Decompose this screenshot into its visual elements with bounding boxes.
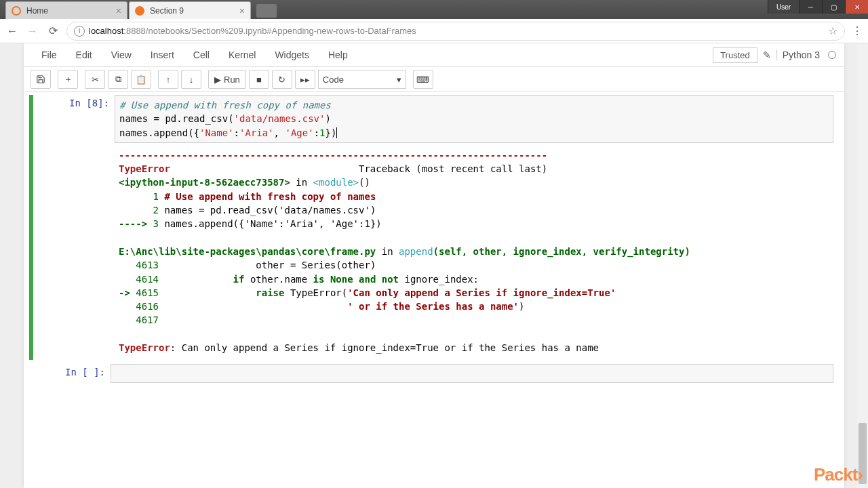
notebook-container: File Edit View Insert Cell Kernel Widget… xyxy=(24,43,844,488)
url-host: localhost xyxy=(89,26,123,36)
browser-tab-section9[interactable]: Section 9 × xyxy=(129,1,251,19)
notebook-favicon-icon xyxy=(135,6,144,16)
browser-tab-home[interactable]: Home × xyxy=(5,1,127,19)
code-cell-8[interactable]: In [8]: # Use append with fresh copy of … xyxy=(29,95,839,360)
input-prompt: In [ ]: xyxy=(29,364,111,383)
forward-button: → xyxy=(26,24,39,38)
back-button[interactable]: ← xyxy=(5,24,19,38)
window-minimize-button[interactable]: ─ xyxy=(799,0,822,14)
vertical-scrollbar[interactable] xyxy=(857,43,868,488)
tab-close-icon[interactable]: × xyxy=(239,5,245,16)
paste-button[interactable]: 📋 xyxy=(131,70,151,89)
cut-button[interactable]: ✂ xyxy=(85,70,105,89)
packt-watermark: Packt› xyxy=(814,464,863,485)
jupyter-favicon-icon xyxy=(12,6,21,16)
celltype-select[interactable]: Code▾ xyxy=(318,70,406,89)
celltype-value: Code xyxy=(323,75,344,85)
tab-title: Home xyxy=(26,6,48,16)
url-path: :8888/notebooks/Section%209.ipynb#Append… xyxy=(123,26,416,36)
menu-edit[interactable]: Edit xyxy=(66,47,102,63)
add-cell-button[interactable]: ＋ xyxy=(58,70,78,89)
save-button[interactable] xyxy=(31,70,51,89)
kernel-status-icon xyxy=(828,51,836,59)
interrupt-button[interactable]: ■ xyxy=(249,70,269,89)
code-cell-empty[interactable]: In [ ]: xyxy=(29,364,839,383)
trusted-indicator[interactable]: Trusted xyxy=(713,47,757,63)
notebook-menubar: File Edit View Insert Cell Kernel Widget… xyxy=(24,43,844,66)
move-up-button[interactable]: ↑ xyxy=(158,70,178,89)
address-bar[interactable]: i localhost:8888/notebooks/Section%209.i… xyxy=(66,22,845,41)
site-info-icon[interactable]: i xyxy=(74,26,85,37)
menu-file[interactable]: File xyxy=(32,47,66,63)
tab-title: Section 9 xyxy=(150,6,184,16)
cell-output-traceback: ----------------------------------------… xyxy=(115,143,839,360)
run-button[interactable]: ▶ Run xyxy=(208,70,246,89)
window-close-button[interactable]: ✕ xyxy=(845,0,868,14)
tab-close-icon[interactable]: × xyxy=(116,5,121,16)
reload-button[interactable]: ⟳ xyxy=(46,24,60,38)
menu-insert[interactable]: Insert xyxy=(141,47,184,63)
move-down-button[interactable]: ↓ xyxy=(181,70,201,89)
chevron-down-icon: ▾ xyxy=(397,75,401,85)
edit-name-icon[interactable]: ✎ xyxy=(763,49,771,60)
run-label: Run xyxy=(224,75,240,85)
new-tab-button[interactable] xyxy=(256,4,277,18)
code-input-area[interactable]: # Use append with fresh copy of names na… xyxy=(115,95,833,143)
menu-help[interactable]: Help xyxy=(319,47,357,63)
kernel-name[interactable]: Python 3 xyxy=(776,49,820,60)
bookmark-star-icon[interactable]: ☆ xyxy=(828,24,837,37)
browser-tabstrip: Home × Section 9 × xyxy=(0,0,277,19)
input-prompt: In [8]: xyxy=(33,95,115,360)
browser-menu-button[interactable]: ⋮ xyxy=(852,24,863,37)
menu-widgets[interactable]: Widgets xyxy=(265,47,319,63)
window-maximize-button[interactable]: ▢ xyxy=(822,0,845,14)
restart-button[interactable]: ↻ xyxy=(272,70,292,89)
copy-button[interactable]: ⧉ xyxy=(108,70,128,89)
menu-view[interactable]: View xyxy=(102,47,141,63)
restart-run-all-button[interactable]: ▸▸ xyxy=(295,70,315,89)
notebook-toolbar: ＋ ✂ ⧉ 📋 ↑ ↓ ▶ Run ■ ↻ ▸▸ Code▾ ⌨ xyxy=(24,66,844,92)
browser-toolbar: ← → ⟳ i localhost:8888/notebooks/Section… xyxy=(0,19,868,43)
window-user-button[interactable]: User xyxy=(768,0,799,14)
command-palette-button[interactable]: ⌨ xyxy=(413,70,433,89)
menu-cell[interactable]: Cell xyxy=(184,47,219,63)
menu-kernel[interactable]: Kernel xyxy=(219,47,265,63)
code-input-area[interactable] xyxy=(111,364,833,383)
